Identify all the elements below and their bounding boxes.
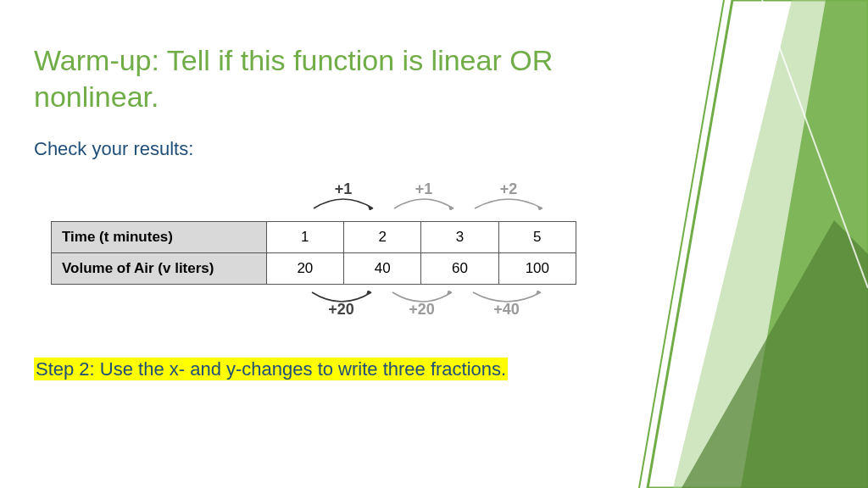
delta-y-1: +20 bbox=[301, 301, 381, 319]
step-2-instruction: Step 2: Use the x- and y-changes to writ… bbox=[34, 358, 644, 380]
svg-marker-1 bbox=[673, 0, 868, 488]
function-table-figure: +1 +1 +2 Time (t minutes) 1 2 3 5 Volume… bbox=[51, 180, 593, 324]
slide-title: Warm-up: Tell if this function is linear… bbox=[34, 42, 644, 114]
delta-y-2: +20 bbox=[381, 301, 462, 319]
row1-header: Time (t minutes) bbox=[52, 222, 267, 253]
svg-marker-2 bbox=[741, 0, 868, 488]
cell-v-4: 100 bbox=[498, 253, 576, 285]
data-table: Time (t minutes) 1 2 3 5 Volume of Air (… bbox=[51, 221, 576, 285]
cell-t-1: 1 bbox=[266, 222, 343, 253]
cell-v-3: 60 bbox=[421, 253, 498, 285]
svg-line-5 bbox=[762, 0, 868, 288]
cell-v-2: 40 bbox=[344, 253, 421, 285]
cell-t-4: 5 bbox=[498, 222, 576, 253]
cell-t-3: 3 bbox=[421, 222, 498, 253]
svg-marker-3 bbox=[682, 220, 868, 488]
row2-header: Volume of Air (v liters) bbox=[52, 253, 267, 285]
cell-v-1: 20 bbox=[266, 253, 343, 285]
cell-t-2: 2 bbox=[344, 222, 421, 253]
delta-y-3: +40 bbox=[462, 301, 551, 319]
slide-subtitle: Check your results: bbox=[34, 138, 644, 160]
